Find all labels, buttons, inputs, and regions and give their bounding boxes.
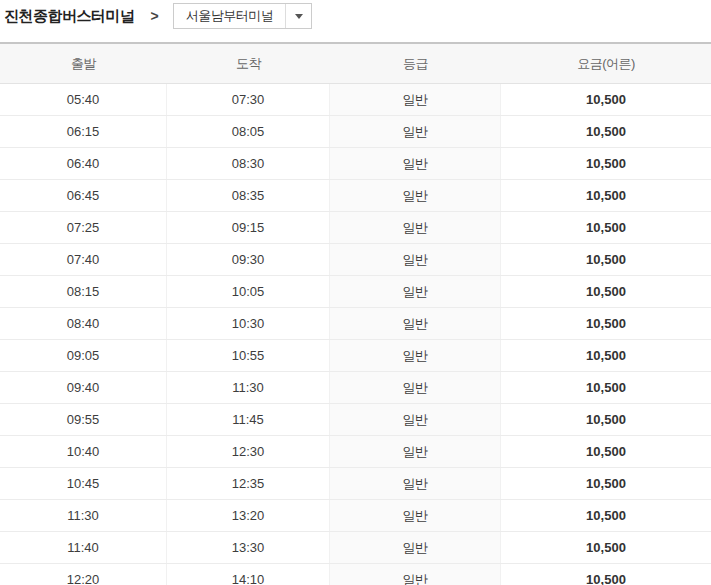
depart-time: 05:40 — [0, 84, 167, 115]
fare-adult: 10,500 — [501, 468, 711, 499]
fare-adult: 10,500 — [501, 532, 711, 563]
arrive-time: 11:45 — [167, 404, 330, 435]
table-row: 06:1508:05일반10,500 — [0, 116, 711, 148]
origin-terminal-title: 진천종합버스터미널 — [4, 7, 135, 26]
depart-time: 08:40 — [0, 308, 167, 339]
table-body: 05:4007:30일반10,50006:1508:05일반10,50006:4… — [0, 84, 711, 585]
depart-time: 11:40 — [0, 532, 167, 563]
arrive-time: 07:30 — [167, 84, 330, 115]
dropdown-arrow-icon — [295, 14, 303, 19]
depart-time: 09:40 — [0, 372, 167, 403]
bus-grade: 일반 — [330, 404, 501, 435]
column-header-fare: 요금(어른) — [501, 44, 711, 83]
fare-adult: 10,500 — [501, 436, 711, 467]
depart-time: 07:40 — [0, 244, 167, 275]
depart-time: 06:40 — [0, 148, 167, 179]
fare-adult: 10,500 — [501, 148, 711, 179]
destination-select[interactable]: 서울남부터미널 — [173, 3, 313, 29]
table-row: 07:2509:15일반10,500 — [0, 212, 711, 244]
bus-timetable: 출발도착등급요금(어른) 05:4007:30일반10,50006:1508:0… — [0, 42, 711, 585]
table-row: 11:3013:20일반10,500 — [0, 500, 711, 532]
arrive-time: 13:20 — [167, 500, 330, 531]
bus-grade: 일반 — [330, 500, 501, 531]
table-row: 10:4512:35일반10,500 — [0, 468, 711, 500]
column-header-grade: 등급 — [330, 44, 501, 83]
depart-time: 07:25 — [0, 212, 167, 243]
bus-grade: 일반 — [330, 372, 501, 403]
fare-adult: 10,500 — [501, 116, 711, 147]
depart-time: 06:15 — [0, 116, 167, 147]
column-header-arrive: 도착 — [167, 44, 330, 83]
bus-grade: 일반 — [330, 116, 501, 147]
table-row: 09:5511:45일반10,500 — [0, 404, 711, 436]
table-header-row: 출발도착등급요금(어른) — [0, 44, 711, 84]
arrive-time: 09:30 — [167, 244, 330, 275]
fare-adult: 10,500 — [501, 244, 711, 275]
table-row: 09:4011:30일반10,500 — [0, 372, 711, 404]
arrive-time: 14:10 — [167, 564, 330, 585]
depart-time: 10:45 — [0, 468, 167, 499]
table-row: 06:4508:35일반10,500 — [0, 180, 711, 212]
arrive-time: 10:05 — [167, 276, 330, 307]
depart-time: 09:55 — [0, 404, 167, 435]
bus-grade: 일반 — [330, 532, 501, 563]
table-row: 08:1510:05일반10,500 — [0, 276, 711, 308]
fare-adult: 10,500 — [501, 372, 711, 403]
fare-adult: 10,500 — [501, 500, 711, 531]
arrive-time: 09:15 — [167, 212, 330, 243]
depart-time: 09:05 — [0, 340, 167, 371]
bus-grade: 일반 — [330, 468, 501, 499]
fare-adult: 10,500 — [501, 340, 711, 371]
arrive-time: 08:35 — [167, 180, 330, 211]
bus-grade: 일반 — [330, 180, 501, 211]
arrive-time: 08:05 — [167, 116, 330, 147]
fare-adult: 10,500 — [501, 308, 711, 339]
depart-time: 08:15 — [0, 276, 167, 307]
bus-grade: 일반 — [330, 84, 501, 115]
arrive-time: 12:35 — [167, 468, 330, 499]
depart-time: 11:30 — [0, 500, 167, 531]
arrive-time: 11:30 — [167, 372, 330, 403]
bus-grade: 일반 — [330, 308, 501, 339]
fare-adult: 10,500 — [501, 564, 711, 585]
bus-grade: 일반 — [330, 564, 501, 585]
dropdown-arrow-button[interactable] — [285, 4, 311, 28]
table-row: 10:4012:30일반10,500 — [0, 436, 711, 468]
table-row: 05:4007:30일반10,500 — [0, 84, 711, 116]
arrive-time: 08:30 — [167, 148, 330, 179]
fare-adult: 10,500 — [501, 404, 711, 435]
bus-grade: 일반 — [330, 276, 501, 307]
depart-time: 12:20 — [0, 564, 167, 585]
bus-grade: 일반 — [330, 436, 501, 467]
column-header-depart: 출발 — [0, 44, 167, 83]
arrive-time: 10:30 — [167, 308, 330, 339]
table-row: 06:4008:30일반10,500 — [0, 148, 711, 180]
table-row: 09:0510:55일반10,500 — [0, 340, 711, 372]
arrive-time: 13:30 — [167, 532, 330, 563]
bus-grade: 일반 — [330, 148, 501, 179]
depart-time: 10:40 — [0, 436, 167, 467]
destination-select-value: 서울남부터미널 — [174, 4, 286, 28]
fare-adult: 10,500 — [501, 84, 711, 115]
arrive-time: 10:55 — [167, 340, 330, 371]
fare-adult: 10,500 — [501, 212, 711, 243]
bus-grade: 일반 — [330, 212, 501, 243]
bus-grade: 일반 — [330, 340, 501, 371]
depart-time: 06:45 — [0, 180, 167, 211]
fare-adult: 10,500 — [501, 180, 711, 211]
bus-grade: 일반 — [330, 244, 501, 275]
fare-adult: 10,500 — [501, 276, 711, 307]
arrive-time: 12:30 — [167, 436, 330, 467]
table-row: 07:4009:30일반10,500 — [0, 244, 711, 276]
table-row: 08:4010:30일반10,500 — [0, 308, 711, 340]
table-row: 11:4013:30일반10,500 — [0, 532, 711, 564]
breadcrumb-chevron-icon: > — [151, 8, 159, 24]
route-breadcrumb-bar: 진천종합버스터미널 > 서울남부터미널 — [0, 0, 711, 30]
table-row: 12:2014:10일반10,500 — [0, 564, 711, 585]
